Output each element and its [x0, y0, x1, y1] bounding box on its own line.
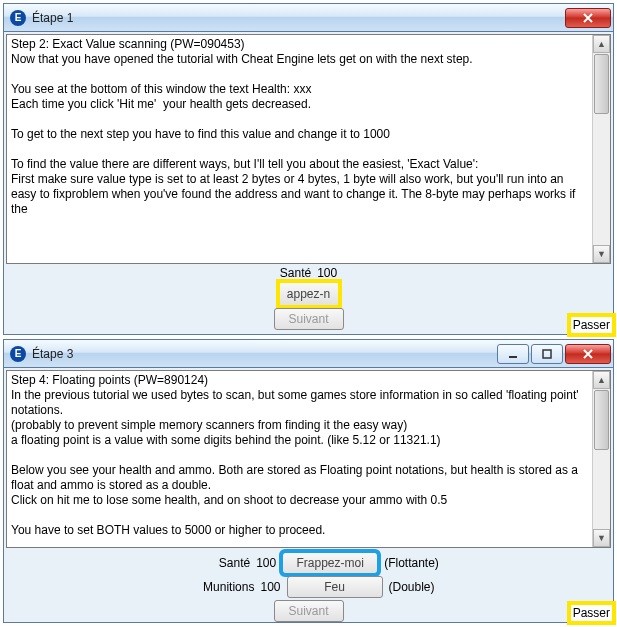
window-body: Step 4: Floating points (PW=890124) In t…: [4, 368, 613, 622]
scroll-track[interactable]: [593, 115, 610, 245]
window-buttons: [497, 344, 611, 364]
close-button[interactable]: [565, 8, 611, 28]
next-button-label: Suivant: [288, 312, 328, 326]
svg-rect-1: [543, 350, 551, 358]
minimize-icon: [507, 349, 519, 359]
window-title: Étape 3: [32, 347, 497, 361]
scroll-thumb[interactable]: [594, 54, 609, 114]
ammo-type: (Double): [389, 580, 435, 594]
health-label: Santé: [280, 266, 311, 280]
next-button-label: Suivant: [288, 604, 328, 618]
window-step1: E Étape 1 Step 2: Exact Value scanning (…: [3, 3, 614, 335]
close-button[interactable]: [565, 344, 611, 364]
scroll-up-button[interactable]: ▲: [593, 371, 610, 389]
tutorial-text: Step 4: Floating points (PW=890124) In t…: [6, 370, 611, 548]
hit-me-button-label: appez-n: [287, 287, 330, 301]
close-icon: [582, 349, 594, 359]
hit-me-button-label: Frappez-moi: [296, 556, 363, 570]
tutorial-text-content: Step 2: Exact Value scanning (PW=090453)…: [11, 37, 606, 217]
tutorial-text: Step 2: Exact Value scanning (PW=090453)…: [6, 34, 611, 264]
maximize-button[interactable]: [531, 344, 563, 364]
titlebar-step1[interactable]: E Étape 1: [4, 4, 613, 32]
minimize-button[interactable]: [497, 344, 529, 364]
fire-button[interactable]: Feu: [287, 576, 383, 598]
health-label: Santé: [178, 556, 250, 570]
hit-me-button[interactable]: appez-n: [279, 282, 339, 306]
skip-button-label: Passer: [573, 606, 610, 620]
window-title: Étape 1: [32, 11, 565, 25]
close-icon: [582, 13, 594, 23]
ammo-row: Munitions 100 Feu (Double): [6, 576, 611, 598]
window-buttons: [565, 8, 611, 28]
skip-button[interactable]: Passer: [570, 316, 613, 334]
svg-rect-0: [509, 356, 517, 358]
vertical-scrollbar[interactable]: ▲ ▼: [592, 371, 610, 547]
ammo-value: 100: [260, 580, 280, 594]
window-step3: E Étape 3 Step 4: Floating points (PW=89: [3, 339, 614, 623]
skip-button[interactable]: Passer: [570, 604, 613, 622]
scroll-down-button[interactable]: ▼: [593, 245, 610, 263]
next-button[interactable]: Suivant: [274, 600, 344, 622]
window-body: Step 2: Exact Value scanning (PW=090453)…: [4, 32, 613, 334]
maximize-icon: [541, 349, 553, 359]
ammo-label: Munitions: [182, 580, 254, 594]
hit-me-button[interactable]: Frappez-moi: [282, 552, 378, 574]
app-icon: E: [10, 10, 26, 26]
app-icon: E: [10, 346, 26, 362]
scroll-thumb[interactable]: [594, 390, 609, 450]
health-value: 100: [256, 556, 276, 570]
scroll-track[interactable]: [593, 451, 610, 529]
tutorial-text-content: Step 4: Floating points (PW=890124) In t…: [11, 373, 606, 538]
vertical-scrollbar[interactable]: ▲ ▼: [592, 35, 610, 263]
scroll-up-button[interactable]: ▲: [593, 35, 610, 53]
scroll-down-button[interactable]: ▼: [593, 529, 610, 547]
health-type: (Flottante): [384, 556, 439, 570]
next-button[interactable]: Suivant: [274, 308, 344, 330]
skip-button-label: Passer: [573, 318, 610, 332]
health-value: 100: [317, 266, 337, 280]
fire-button-label: Feu: [324, 580, 345, 594]
health-row: Santé 100: [6, 266, 611, 280]
titlebar-step3[interactable]: E Étape 3: [4, 340, 613, 368]
health-row: Santé 100 Frappez-moi (Flottante): [6, 552, 611, 574]
